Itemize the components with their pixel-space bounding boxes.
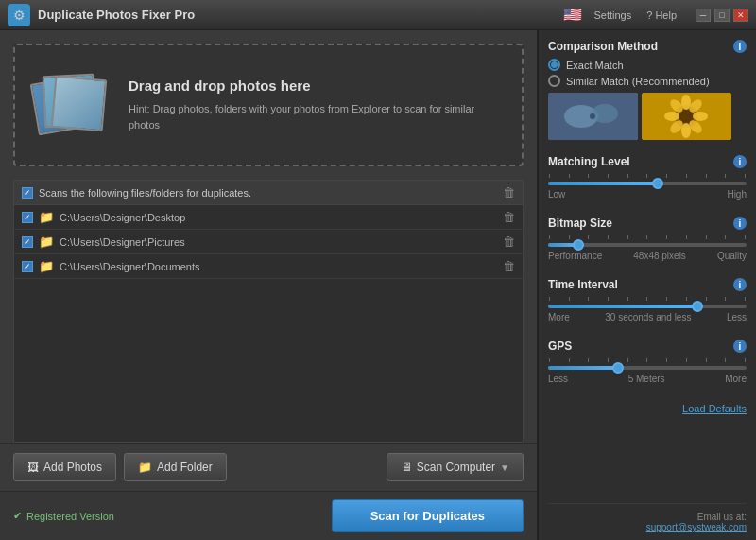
time-interval-info-icon[interactable]: i xyxy=(733,278,747,291)
add-folder-icon: 📁 xyxy=(138,461,152,474)
time-more-label: More xyxy=(548,312,570,322)
folder-path-1: C:\Users\Designer\Desktop xyxy=(60,212,185,223)
titlebar-left: ⚙ Duplicate Photos Fixer Pro xyxy=(8,4,195,26)
bitmap-size-slider[interactable]: Performance 48x48 pixels Quality xyxy=(548,235,747,261)
bitmap-current-label: 48x48 pixels xyxy=(602,251,717,261)
comparison-info-icon[interactable]: i xyxy=(733,40,747,53)
scan-duplicates-button[interactable]: Scan for Duplicates xyxy=(332,499,524,532)
gps-more-label: More xyxy=(725,374,747,384)
checkbox-1[interactable]: ✓ xyxy=(22,212,33,223)
folder-row-left-3: ✓ 📁 C:\Users\Designer\Documents xyxy=(22,259,200,273)
butterfly-thumbnail xyxy=(548,93,638,140)
gps-slider[interactable]: Less 5 Meters More xyxy=(548,358,747,384)
folder-list-header-left: ✓ Scans the following files/folders for … xyxy=(22,187,251,199)
titlebar-right: 🇺🇸 Settings ? Help ─ □ ✕ xyxy=(563,6,748,24)
checkbox-3[interactable]: ✓ xyxy=(22,261,33,272)
bitmap-size-info-icon[interactable]: i xyxy=(733,217,747,230)
drag-drop-text: Drag and drop photos here Hint: Drag pho… xyxy=(129,78,503,132)
main-layout: Drag and drop photos here Hint: Drag pho… xyxy=(0,30,756,540)
right-panel: Comparison Method i Exact Match Similar … xyxy=(539,30,756,540)
svg-point-9 xyxy=(664,112,679,121)
bitmap-size-section: Bitmap Size i Performance 48x48 pixels Q… xyxy=(548,217,747,269)
table-row: ✓ 📁 C:\Users\Designer\Documents 🗑 xyxy=(14,254,523,279)
folder-path-3: C:\Users\Designer\Documents xyxy=(60,261,200,272)
window-controls: ─ □ ✕ xyxy=(696,9,748,22)
exact-match-radio-inner xyxy=(551,61,558,68)
comparison-method-title: Comparison Method i xyxy=(548,40,747,53)
monitor-icon: 🖥 xyxy=(401,461,412,474)
left-panel: Drag and drop photos here Hint: Drag pho… xyxy=(0,30,539,540)
svg-point-2 xyxy=(592,104,618,123)
scan-computer-button[interactable]: 🖥 Scan Computer ▼ xyxy=(387,453,524,481)
add-photos-icon: 🖼 xyxy=(27,461,39,474)
add-photos-button[interactable]: 🖼 Add Photos xyxy=(13,453,116,481)
comparison-thumbnails xyxy=(548,93,747,140)
photo-stack xyxy=(34,70,110,141)
exact-match-radio-button[interactable] xyxy=(548,59,560,71)
dropdown-arrow-icon: ▼ xyxy=(500,462,509,473)
header-delete-icon[interactable]: 🗑 xyxy=(503,185,515,200)
table-row: ✓ 📁 C:\Users\Designer\Desktop 🗑 xyxy=(14,205,523,230)
similar-match-label: Similar Match (Recommended) xyxy=(566,76,710,87)
comparison-method-section: Comparison Method i Exact Match Similar … xyxy=(548,40,747,146)
table-row: ✓ 📁 C:\Users\Designer\Pictures 🗑 xyxy=(14,230,523,254)
folder-row-left-1: ✓ 📁 C:\Users\Designer\Desktop xyxy=(22,210,185,224)
folder-path-2: C:\Users\Designer\Pictures xyxy=(60,236,185,248)
checkbox-2[interactable]: ✓ xyxy=(22,236,33,248)
settings-button[interactable]: Settings xyxy=(590,8,635,23)
header-checkbox[interactable]: ✓ xyxy=(22,187,33,199)
help-button[interactable]: ? Help xyxy=(643,8,680,23)
app-logo: ⚙ xyxy=(8,4,30,26)
delete-icon-1[interactable]: 🗑 xyxy=(503,210,515,224)
scan-bar: ✔ Registered Version Scan for Duplicates xyxy=(0,491,537,540)
exact-match-radio[interactable]: Exact Match xyxy=(548,59,747,71)
time-interval-slider[interactable]: More 30 seconds and less Less xyxy=(548,297,747,322)
matching-high-label: High xyxy=(727,189,747,200)
matching-level-slider[interactable]: Low High xyxy=(548,174,747,200)
matching-level-title: Matching Level i xyxy=(548,155,747,168)
svg-point-3 xyxy=(590,113,595,119)
matching-low-label: Low xyxy=(548,189,565,200)
delete-icon-2[interactable]: 🗑 xyxy=(503,235,515,249)
similar-match-radio[interactable]: Similar Match (Recommended) xyxy=(548,75,747,87)
email-section: Email us at: support@systweak.com xyxy=(548,503,747,540)
drag-drop-heading: Drag and drop photos here xyxy=(129,78,503,94)
matching-level-info-icon[interactable]: i xyxy=(733,155,747,168)
sunflower-thumbnail xyxy=(642,93,731,140)
bottom-bar: 🖼 Add Photos 📁 Add Folder 🖥 Scan Compute… xyxy=(0,443,537,491)
load-defaults-link[interactable]: Load Defaults xyxy=(548,403,747,414)
folder-row-left-2: ✓ 📁 C:\Users\Designer\Pictures xyxy=(22,235,185,249)
maximize-button[interactable]: □ xyxy=(714,9,730,22)
gps-title: GPS i xyxy=(548,340,747,353)
folder-icon-2: 📁 xyxy=(39,235,54,249)
folder-list-area: ✓ Scans the following files/folders for … xyxy=(13,180,524,443)
add-folder-button[interactable]: 📁 Add Folder xyxy=(124,453,227,481)
gps-info-icon[interactable]: i xyxy=(733,340,747,353)
bitmap-performance-label: Performance xyxy=(548,251,602,261)
email-address[interactable]: support@systweak.com xyxy=(548,522,747,532)
photo-card-3 xyxy=(51,75,108,131)
similar-match-radio-button[interactable] xyxy=(548,75,560,87)
drag-drop-area[interactable]: Drag and drop photos here Hint: Drag pho… xyxy=(13,44,524,166)
delete-icon-3[interactable]: 🗑 xyxy=(503,259,515,273)
time-interval-title: Time Interval i xyxy=(548,278,747,291)
gps-less-label: Less xyxy=(548,374,568,384)
gps-section: GPS i Less 5 Meters More xyxy=(548,340,747,392)
drag-drop-hint: Hint: Drag photos, folders with your pho… xyxy=(129,101,503,132)
folder-list-title: Scans the following files/folders for du… xyxy=(39,187,251,199)
folder-icon-3: 📁 xyxy=(39,259,54,273)
gps-current-label: 5 Meters xyxy=(568,374,725,384)
titlebar: ⚙ Duplicate Photos Fixer Pro 🇺🇸 Settings… xyxy=(0,0,756,30)
time-current-label: 30 seconds and less xyxy=(570,312,727,322)
minimize-button[interactable]: ─ xyxy=(696,9,711,22)
svg-point-10 xyxy=(693,112,708,121)
folder-icon-1: 📁 xyxy=(39,210,54,224)
registered-label: Registered Version xyxy=(26,511,114,522)
email-label: Email us at: xyxy=(548,512,747,522)
time-interval-section: Time Interval i More 30 seconds and less… xyxy=(548,278,747,330)
folder-list-header: ✓ Scans the following files/folders for … xyxy=(14,181,523,205)
bitmap-size-title: Bitmap Size i xyxy=(548,217,747,230)
matching-level-section: Matching Level i Low High xyxy=(548,155,747,207)
close-button[interactable]: ✕ xyxy=(733,9,748,22)
check-icon: ✔ xyxy=(13,510,22,522)
